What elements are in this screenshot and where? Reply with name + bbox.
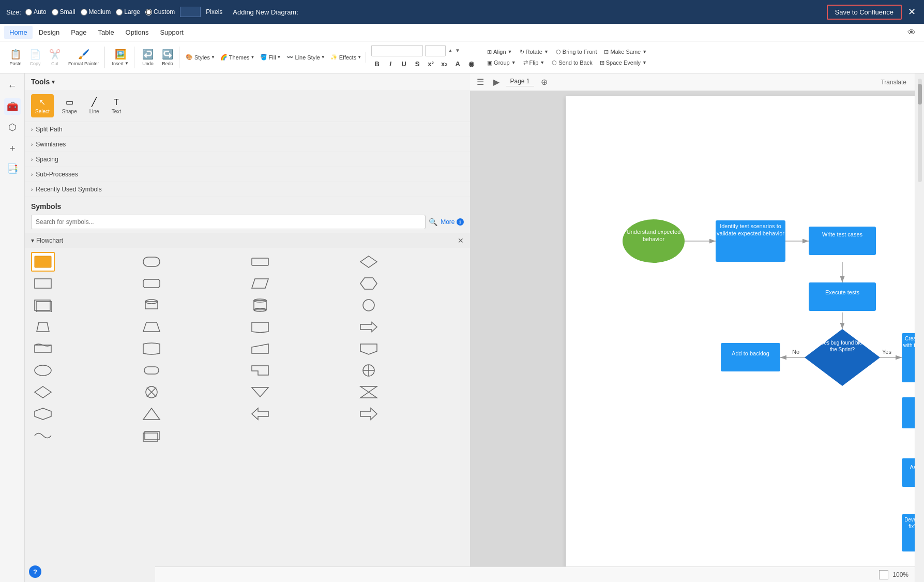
undo-button[interactable]: ↩️ Undo <box>139 47 157 68</box>
sym-trapezoid2[interactable] <box>140 317 163 337</box>
sym-rect2[interactable] <box>31 274 55 293</box>
nav-back[interactable]: ← <box>4 78 21 94</box>
sym-wide-rect[interactable] <box>248 252 272 272</box>
send-back-button[interactable]: ⬡ Send to Back <box>550 58 594 67</box>
sym-trapezoid[interactable] <box>31 317 55 337</box>
sym-offpage[interactable] <box>357 339 381 359</box>
effects-dropdown[interactable]: ✨ Effects ▼ <box>328 52 363 63</box>
bring-front-button[interactable]: ⬡ Bring to Front <box>554 48 599 56</box>
close-button[interactable]: ✕ <box>906 6 918 18</box>
line-tool[interactable]: ╱ Line <box>85 94 103 117</box>
highlight-button[interactable]: ◉ <box>465 58 477 70</box>
font-size-input[interactable]: 10 <box>425 45 446 56</box>
shape-tool[interactable]: ▭ Shape <box>58 94 81 117</box>
make-same-dropdown[interactable]: ⊡ Make Same ▼ <box>602 48 649 56</box>
canvas[interactable]: No Yes Understand expected behavior <box>470 91 915 582</box>
custom-size-input[interactable]: 500 <box>180 7 201 17</box>
redo-button[interactable]: ↪️ Redo <box>158 47 177 68</box>
sym-wave-rect[interactable] <box>31 339 55 359</box>
sym-wave[interactable] <box>31 426 55 445</box>
sym-circle[interactable] <box>357 295 381 315</box>
menu-table[interactable]: Table <box>93 26 119 39</box>
sym-parallelogram[interactable] <box>248 274 272 293</box>
size-auto[interactable]: Auto <box>25 8 47 16</box>
nav-layers[interactable]: 📑 <box>4 160 21 177</box>
sym-arrow-right[interactable] <box>357 317 381 337</box>
add-page-btn[interactable]: ⊕ <box>538 76 550 88</box>
flowchart-close-button[interactable]: ✕ <box>458 236 464 245</box>
sym-left-arrow[interactable] <box>248 404 272 424</box>
menu-support[interactable]: Support <box>155 26 189 39</box>
themes-dropdown[interactable]: 🌈 Themes ▼ <box>218 52 257 63</box>
strikethrough-button[interactable]: S <box>412 58 423 70</box>
sym-x-circle[interactable] <box>140 382 163 402</box>
menu-design[interactable]: Design <box>34 26 65 39</box>
select-tool[interactable]: ↖ Select <box>31 94 54 117</box>
sym-cylinder[interactable] <box>140 295 163 315</box>
canvas-expand-btn[interactable]: ▶ <box>491 76 502 88</box>
subscript-button[interactable]: x₂ <box>438 58 450 70</box>
nav-shapes[interactable]: ⬡ <box>4 119 21 136</box>
sym-cylinder2[interactable] <box>248 295 272 315</box>
category-spacing[interactable]: › Spacing <box>25 152 470 167</box>
size-small[interactable]: Small <box>52 8 75 16</box>
bold-button[interactable]: B <box>371 58 383 70</box>
font-color-button[interactable]: A <box>452 58 463 70</box>
category-swimlanes[interactable]: › Swimlanes <box>25 137 470 152</box>
sym-rounded-rect[interactable] <box>140 252 163 272</box>
fill-dropdown[interactable]: 🪣 Fill ▼ <box>258 52 283 63</box>
preview-icon[interactable]: 👁 <box>907 28 916 37</box>
more-link[interactable]: More ℹ <box>441 218 463 226</box>
sym-hourglass[interactable] <box>357 382 381 402</box>
font-name-input[interactable]: Calibri <box>371 45 423 56</box>
scrollbar-track[interactable] <box>918 79 922 182</box>
sym-double-rect[interactable] <box>31 295 55 315</box>
align-dropdown[interactable]: ⊞ Align ▼ <box>485 48 514 56</box>
font-size-down[interactable]: ▼ <box>455 48 460 53</box>
font-size-up[interactable]: ▲ <box>448 48 453 53</box>
underline-button[interactable]: U <box>398 58 410 70</box>
text-tool[interactable]: T Text <box>108 95 125 117</box>
sym-cross-circle[interactable] <box>357 361 381 380</box>
size-large[interactable]: Large <box>116 8 140 16</box>
help-button[interactable]: ? <box>29 565 41 578</box>
sym-diamond2[interactable] <box>31 382 55 402</box>
styles-dropdown[interactable]: 🎨 Styles ▼ <box>184 52 217 63</box>
cut-button[interactable]: ✂️ Cut <box>46 47 64 68</box>
nav-plus[interactable]: ＋ <box>4 140 21 156</box>
sym-diamond-small[interactable] <box>357 252 381 272</box>
sym-rounded2[interactable] <box>140 274 163 293</box>
sym-multi-rect[interactable] <box>140 426 163 445</box>
sym-shield[interactable] <box>31 404 55 424</box>
save-confluence-button[interactable]: Save to Confluence <box>827 5 902 20</box>
sym-partial-rect[interactable] <box>248 361 272 380</box>
sym-rectangle[interactable] <box>31 252 55 272</box>
sym-triangle[interactable] <box>140 404 163 424</box>
size-medium[interactable]: Medium <box>81 8 111 16</box>
sym-oval[interactable] <box>31 361 55 380</box>
symbol-search-input[interactable] <box>31 215 426 229</box>
menu-home[interactable]: Home <box>4 26 33 39</box>
rotate-dropdown[interactable]: ↻ Rotate ▼ <box>518 48 551 56</box>
space-evenly-dropdown[interactable]: ⊞ Space Evenly ▼ <box>598 58 649 67</box>
sym-manual-input[interactable] <box>248 339 272 359</box>
sym-curved-rect[interactable] <box>140 339 163 359</box>
sym-right-arrow2[interactable] <box>357 404 381 424</box>
category-split-path[interactable]: › Split Path <box>25 122 470 137</box>
search-button[interactable]: 🔍 <box>429 218 437 226</box>
category-recently-used[interactable]: › Recently Used Symbols <box>25 182 470 197</box>
insert-button[interactable]: 🖼️ Insert ▼ <box>109 47 132 68</box>
page-tab[interactable]: Page 1 <box>506 78 534 86</box>
line-style-dropdown[interactable]: 〰️ Line Style ▼ <box>284 52 327 63</box>
flip-dropdown[interactable]: ⇄ Flip ▼ <box>521 58 547 67</box>
copy-button[interactable]: 📄 Copy <box>26 47 44 68</box>
sym-pentagon[interactable] <box>248 317 272 337</box>
scrollbar-thumb[interactable] <box>918 84 922 105</box>
nav-tools[interactable]: 🧰 <box>4 98 21 115</box>
sym-down-triangle[interactable] <box>248 382 272 402</box>
paste-button[interactable]: 📋 Paste <box>6 47 25 68</box>
sym-rounded-oval[interactable] <box>140 361 163 380</box>
italic-button[interactable]: I <box>385 58 396 70</box>
sym-hexagon[interactable] <box>357 274 381 293</box>
translate-button[interactable]: Translate <box>876 77 911 88</box>
